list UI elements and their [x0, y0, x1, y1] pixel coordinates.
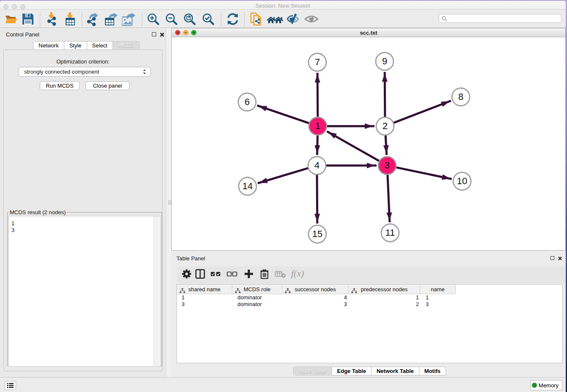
svg-text:3: 3: [385, 160, 390, 171]
svg-text:6: 6: [245, 97, 250, 107]
svg-text:8: 8: [458, 91, 463, 102]
svg-text:14: 14: [242, 181, 253, 191]
svg-text:11: 11: [385, 227, 395, 238]
svg-text:15: 15: [312, 229, 322, 239]
svg-text:1: 1: [315, 121, 320, 131]
svg-text:10: 10: [457, 176, 467, 186]
svg-text:7: 7: [315, 57, 320, 67]
svg-text:4: 4: [314, 160, 319, 171]
svg-text:2: 2: [383, 121, 388, 131]
svg-text:9: 9: [382, 56, 387, 66]
